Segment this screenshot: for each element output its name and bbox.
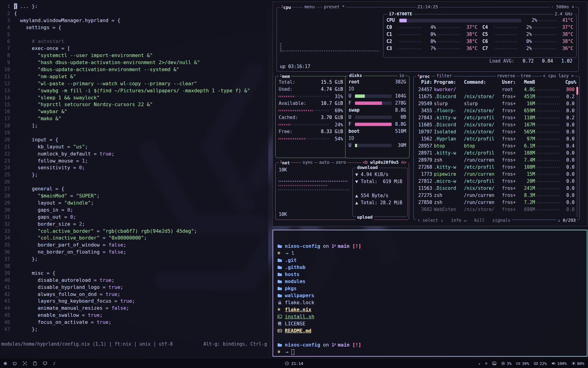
process-row[interactable]: 11605.Discord/nix/store/fros+167M0.0 <box>417 121 575 128</box>
scroll-down-indicator[interactable]: ↓ <box>558 218 560 223</box>
brightness-module[interactable]: 80% <box>571 361 584 366</box>
code-line[interactable]: 47 }; <box>0 326 268 333</box>
code-line[interactable]: 40 disable_autoreload = true; <box>0 277 268 284</box>
io-mode-button[interactable]: io <box>398 73 405 78</box>
proc-box-label[interactable]: 4proc <box>416 73 431 79</box>
mem-box-label[interactable]: 2mem <box>279 73 291 79</box>
process-row[interactable]: 24457kworker/root4.0G800 <box>417 86 575 93</box>
process-row[interactable]: 28971.kitty-w/etc/profilfros+108M0.0 <box>417 150 575 157</box>
cpu-module[interactable]: 3% <box>501 361 512 366</box>
code-line[interactable]: 23 follow_mouse = 1; <box>0 158 268 165</box>
code-line[interactable]: 15 "hyprctl setcursor Nordzy-cursors 22 … <box>0 101 268 108</box>
proc-header-row[interactable]: Pid: Program: Command: User: MemB Cpu% <box>417 79 576 86</box>
code-line[interactable]: 28 "$mainMod" = "SUPER"; <box>0 193 268 200</box>
code-line[interactable]: 6 # autostart <box>0 38 268 45</box>
code-line[interactable]: 36 no_border_on_floating = false; <box>0 249 268 256</box>
code-line[interactable]: 43 layers_hog_keyboard_focus = true; <box>0 298 268 305</box>
code-line[interactable]: 10 "dbus-update-activation-environment -… <box>0 66 268 73</box>
net-auto-button[interactable]: auto <box>318 159 331 165</box>
process-row[interactable]: 29549slurpslurpfros+16M0.0 <box>417 100 575 107</box>
btop-window[interactable]: 1cpu menu preset * 21:14:25 - 500ms + i7… <box>273 2 587 226</box>
proc-footer-hints[interactable]: ↑ select ↓ info ↵ kill signals <box>416 217 511 223</box>
scroll-up-indicator[interactable]: ↑ <box>573 79 576 84</box>
command-line[interactable]: ❄ → <box>277 348 582 355</box>
code-line[interactable]: 31 gaps_out = 0; <box>0 214 268 221</box>
code-line[interactable]: 27 general = { <box>0 186 268 193</box>
process-row[interactable]: 10797Isolated/nix/store/fros+565M0.0 <box>417 128 575 136</box>
code-line[interactable]: 22 numlock_by_default = true; <box>0 151 268 158</box>
process-row[interactable]: 3455.floorp-/nix/store/fros+659M0.0 <box>417 107 575 114</box>
code-line[interactable]: 16 "waybar &" <box>0 108 268 115</box>
process-row[interactable]: 28957btopbtopfros+6.1M0.4 <box>417 143 575 150</box>
terminal-window[interactable]: nixos-config on main [!] ❄ → l .git.gith… <box>273 230 587 357</box>
code-line[interactable]: 14 "sleep 1 && swaylock" <box>0 94 268 102</box>
snowflake-tray-icon[interactable]: ❄ <box>485 361 487 366</box>
code-line[interactable]: 4 settings = { <box>0 24 268 31</box>
code-line[interactable]: 46 focus_on_activate = true; <box>0 319 268 326</box>
code-line[interactable]: 8 "systemctl --user import-environment &… <box>0 52 268 59</box>
process-list[interactable]: 24457kworker/root4.0G80011675.Discord/ni… <box>417 86 575 219</box>
process-row[interactable]: 27275zsh/run/currenfros+8.3M0.0 <box>417 192 575 199</box>
process-row[interactable]: 27850zsh/run/currenfros+7.2M0.0 <box>417 199 575 206</box>
sort-selector[interactable]: < cpu lazy > <box>542 73 575 79</box>
proc-scrollbar[interactable] <box>576 87 578 217</box>
editor-window[interactable]: 1{ ... }:2{3 wayland.windowManager.hyprl… <box>0 0 268 357</box>
filter-button[interactable]: filter <box>435 73 453 79</box>
code-line[interactable]: 35 border_part_of_window = false; <box>0 242 268 249</box>
code-line[interactable]: 34 "col.inactive_border" = "0x00000000"; <box>0 235 268 242</box>
code-line[interactable]: 13 "swaybg -m fill -i $(find ~/Pictures/… <box>0 87 268 94</box>
disk-module[interactable]: 30% <box>516 361 529 366</box>
code-line[interactable]: 1{ ... }: <box>0 3 268 10</box>
code-line[interactable]: 30 gaps_in = 0; <box>0 207 268 214</box>
process-row[interactable]: 1562.Hyprlan/etc/profilfros+97M0.0 <box>417 136 575 143</box>
preset-button[interactable]: preset * <box>323 4 346 10</box>
code-line[interactable]: 21 kb_layout = "us"; <box>0 144 268 151</box>
editor-buffer[interactable]: 1{ ... }:2{3 wayland.windowManager.hyprl… <box>0 0 268 333</box>
code-line[interactable]: 44 animate_manual_resizes = false; <box>0 305 268 312</box>
process-row[interactable]: 27812.micro-w/etc/profilfros+20M0.0 <box>417 178 575 185</box>
clipboard-icon[interactable] <box>33 361 37 366</box>
code-line[interactable]: 3 wayland.windowManager.hyprland = { <box>0 17 268 24</box>
nixos-menu-icon[interactable]: ❄ <box>4 360 7 366</box>
code-line[interactable]: 32 border_size = 2; <box>0 221 268 228</box>
reverse-button[interactable]: reverse <box>496 73 516 79</box>
code-line[interactable]: 2{ <box>0 10 268 17</box>
code-line[interactable]: 39 misc = { <box>0 270 268 277</box>
clock-module[interactable]: 21:14 <box>285 361 303 366</box>
code-line[interactable]: 33 "col.active_border" = "rgb(cba6f7) rg… <box>0 228 268 235</box>
image-tray-icon[interactable] <box>492 361 496 366</box>
code-line[interactable]: 11 "nm-applet &" <box>0 73 268 80</box>
music-icon[interactable]: ♪ <box>53 361 55 366</box>
screenshot-icon[interactable] <box>23 361 27 366</box>
code-line[interactable]: 18 ]; <box>0 122 268 129</box>
proc-scrollbar-thumb[interactable] <box>576 87 578 95</box>
volume-module[interactable]: 100% <box>551 361 567 366</box>
code-line[interactable]: 37 }; <box>0 256 268 263</box>
code-line[interactable]: 42 always_follow_on_dnd = true; <box>0 291 268 298</box>
net-box-label[interactable]: 3net <box>279 159 291 166</box>
menu-button[interactable]: menu <box>303 4 316 10</box>
code-line[interactable]: 17 "mako &" <box>0 115 268 122</box>
code-line[interactable]: 7 exec-once = [ <box>0 45 268 52</box>
net-interface-selector[interactable]: <b wlp0s20f0u5 n> <box>361 159 408 165</box>
code-line[interactable]: 29 layout = "dwindle"; <box>0 200 268 207</box>
code-line[interactable]: 12 "wl-paste --primary --watch wl-copy -… <box>0 80 268 87</box>
code-line[interactable]: 25 }; <box>0 171 268 178</box>
process-row[interactable]: 11563.Discord/nix/store/fros+241M0.0 <box>417 185 575 192</box>
memory-module[interactable]: 22% <box>534 361 547 366</box>
code-line[interactable]: 5 <box>0 31 268 38</box>
process-row[interactable]: 1773pipewire/run/currenfros+15M0.0 <box>417 171 575 178</box>
process-row[interactable]: 11675.Discord/nix/store/fros+451M0.2 <box>417 93 575 100</box>
cpu-box-label[interactable]: 1cpu <box>280 4 292 10</box>
tree-button[interactable]: tree <box>519 73 532 79</box>
power-icon[interactable] <box>13 361 17 366</box>
process-row[interactable]: 28979zsh/run/currenfros+7.4M0.0 <box>417 157 575 164</box>
process-row[interactable]: 3602WebExten/nix/store/fros+698M0.0 <box>417 206 575 213</box>
code-line[interactable]: 45 enable_swallow = true; <box>0 312 268 319</box>
process-row[interactable]: 27268.kitty-w/etc/profilfros+108M0.0 <box>417 164 575 171</box>
display-icon[interactable] <box>43 361 47 366</box>
chevron-up-icon[interactable]: ▴ <box>478 361 481 366</box>
net-sync-button[interactable]: sync <box>301 159 314 165</box>
disks-box-label[interactable]: disks <box>348 73 363 78</box>
code-line[interactable]: 19 <box>0 129 268 136</box>
